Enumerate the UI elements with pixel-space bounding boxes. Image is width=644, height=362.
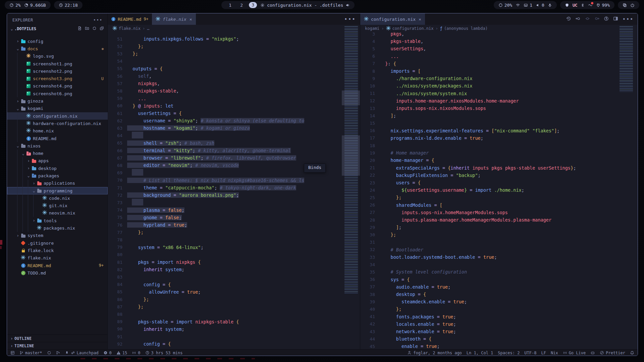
code-line[interactable]: 7 }: {	[360, 60, 617, 67]
code-line[interactable]: 29 ];	[360, 224, 617, 231]
code-line[interactable]: 22 backupFileExtension = "backup";	[360, 172, 617, 179]
code-line[interactable]: 12 inputs.home-manager.nixosModules.home…	[360, 97, 617, 105]
tree-item-tools[interactable]: ›tools	[7, 217, 108, 224]
tab-flake.nix[interactable]: flake.nix×	[152, 13, 196, 25]
code-line[interactable]: 45 enable = true;	[360, 343, 617, 349]
code-line[interactable]: 3 pkgs,	[360, 32, 617, 38]
breadcrumb-item[interactable]: flake.nix	[112, 26, 141, 32]
code-line[interactable]: 44 bluetooth = {	[360, 335, 617, 343]
code-line[interactable]: 15	[360, 119, 617, 127]
code-line[interactable]: 42 locales.enable = true;	[360, 320, 617, 328]
bluetooth-icon[interactable]	[581, 3, 585, 7]
chevron-right-icon[interactable]: ›	[26, 166, 31, 171]
code-line[interactable]: 66 terminal = "kitty"; # kitty, alacritt…	[108, 147, 360, 154]
code-line[interactable]: 87 };	[108, 303, 360, 310]
status-git-blame[interactable]: foglar, 2 months ago	[407, 350, 462, 356]
code-line[interactable]: 14 ];	[360, 112, 617, 119]
code-line[interactable]: 38 desktop = {	[360, 291, 617, 298]
code-line[interactable]: 19 # Home manager	[360, 149, 617, 157]
status-wakatime[interactable]: 3 hrs 53 mins	[145, 350, 183, 356]
code-line[interactable]: 10 ../nixos/system/packages.nix	[360, 82, 617, 89]
nav-dot-icon[interactable]	[585, 16, 590, 22]
code-line[interactable]: 6 ...	[360, 53, 617, 60]
tab-configuration.nix[interactable]: configuration.nix×	[360, 13, 425, 25]
keyboard-layout[interactable]: UC	[573, 3, 577, 8]
code-line[interactable]: 75 gnome = false;	[108, 214, 360, 221]
status-indentation[interactable]: Spaces: 2	[498, 350, 520, 356]
code-line[interactable]: 63 hostname = "kogami"; # kogami or gino…	[108, 124, 360, 132]
chevron-right-icon[interactable]: ›	[15, 99, 20, 104]
code-line[interactable]: 54	[108, 58, 360, 65]
code-line[interactable]: 30 };	[360, 231, 617, 238]
tree-item-packages[interactable]: ⌄↑packages	[7, 172, 108, 179]
code-line[interactable]: 26 sharedModules = [	[360, 201, 617, 209]
status-git-graph[interactable]	[56, 350, 60, 356]
tab-overflow-icon[interactable]: •••	[344, 16, 360, 22]
tree-item-git.nix[interactable]: git.nix	[7, 202, 108, 209]
code-line[interactable]: 33 boot.loader.systemd-boot.enable = tru…	[360, 253, 617, 261]
scrollbar[interactable]	[635, 25, 638, 349]
nav-forward-icon[interactable]	[594, 16, 599, 22]
tree-item-nixos[interactable]: ⌄nixos	[7, 142, 108, 149]
tree-item-kogami[interactable]: ⌄kogami	[7, 105, 108, 112]
breadcrumb-item[interactable]: ƒ(anonymous lambda)	[440, 26, 488, 31]
panel-header-timeline[interactable]: ›TIMELINE	[7, 342, 108, 349]
run-circle-icon[interactable]	[604, 16, 609, 22]
code-line[interactable]: 91	[108, 333, 360, 340]
tree-item-neovim.nix[interactable]: neovim.nix	[7, 209, 108, 217]
chevron-right-icon[interactable]: ›	[15, 39, 20, 44]
breadcrumb-item[interactable]: kogami	[365, 26, 379, 31]
code-line[interactable]: 86 };	[108, 296, 360, 303]
code-line[interactable]: 71 theme = "catppuccin-mocha"; # tokyo-n…	[108, 184, 360, 191]
status-git-sync[interactable]	[47, 350, 51, 356]
workspace-button-3[interactable]: 3	[249, 2, 257, 8]
code-line[interactable]: 67 browser = "librewolf"; # firefox, lib…	[108, 154, 360, 162]
code-line[interactable]: 9 ./hardware-configuration.nix	[360, 75, 617, 82]
status-encoding[interactable]: UTF-8	[524, 350, 536, 356]
status-language-mode[interactable]: Nix	[551, 350, 558, 356]
code-line[interactable]: 82 inherit system;	[108, 266, 360, 273]
tree-item-docs[interactable]: ⌄docs●	[7, 45, 108, 52]
tree-item-system[interactable]: ›system	[7, 232, 108, 239]
code-line[interactable]: 55 outputs = {	[108, 65, 360, 72]
chevron-right-icon[interactable]: ›	[31, 218, 37, 223]
close-icon[interactable]: ×	[419, 17, 421, 22]
tree-item-screenshot6.png[interactable]: screenshot6.png	[7, 90, 108, 97]
code-line[interactable]: 61 userSettings = {	[108, 110, 360, 117]
status-prettier[interactable]: Prettier	[600, 350, 625, 356]
code-line[interactable]: 41 fonts.packages = true;	[360, 313, 617, 320]
status-ports[interactable]: 0	[132, 350, 140, 356]
tree-item-screenshot2.png[interactable]: screenshot2.png	[7, 67, 108, 75]
tree-item-ginoza[interactable]: ›ginoza	[7, 97, 108, 105]
code-line[interactable]: 28 inputs.plasma-manager.homeManagerModu…	[360, 216, 617, 224]
workspace-button-2[interactable]: 2	[237, 3, 246, 8]
cpu-usage[interactable]: 2%	[9, 3, 21, 8]
status-cursor-position[interactable]: Ln 1, Col 1	[467, 350, 493, 356]
code-line[interactable]: 36 sys = {	[360, 276, 617, 283]
code-line[interactable]: 88	[108, 310, 360, 318]
code-line[interactable]: 60 } @ inputs: let	[108, 102, 360, 110]
more-icon[interactable]: •••	[623, 16, 634, 22]
minimap[interactable]	[342, 25, 360, 349]
tree-item-logo.svg[interactable]: logo.svg	[7, 53, 108, 60]
code-line[interactable]: 64	[108, 132, 360, 139]
status-errors[interactable]: 0	[103, 350, 112, 356]
tree-item-config[interactable]: ›config	[7, 38, 108, 45]
code-line[interactable]: 25 };	[360, 194, 617, 201]
tree-item-.gitignore[interactable]: .gitignore	[7, 239, 108, 247]
status-git-branch[interactable]: master*	[19, 350, 42, 356]
tree-item-flake.nix[interactable]: flake.nix	[7, 254, 108, 262]
tree-item-screenshot4.png[interactable]: screenshot4.png	[7, 82, 108, 90]
code-line[interactable]: 83	[108, 273, 360, 281]
memory-usage[interactable]: 9.66GB	[24, 3, 46, 8]
code-line[interactable]: 31	[360, 239, 617, 246]
workspace-button-1[interactable]: 1	[226, 3, 234, 8]
code-line[interactable]: 84 config = {	[108, 281, 360, 288]
code-line[interactable]: 70 # List all themes: $ nix build nixpkg…	[108, 177, 360, 184]
status-go-live[interactable]: Go Live	[563, 350, 586, 356]
breadcrumb-item[interactable]: …	[147, 26, 149, 31]
workspace-root-row[interactable]: ⌄ .DOTFILES	[7, 25, 107, 33]
tree-item-desktop[interactable]: ›desktop	[7, 165, 108, 172]
minimap[interactable]	[617, 25, 635, 349]
code-line[interactable]: 65 shell = "zsh"; # bash, zsh	[108, 139, 360, 147]
